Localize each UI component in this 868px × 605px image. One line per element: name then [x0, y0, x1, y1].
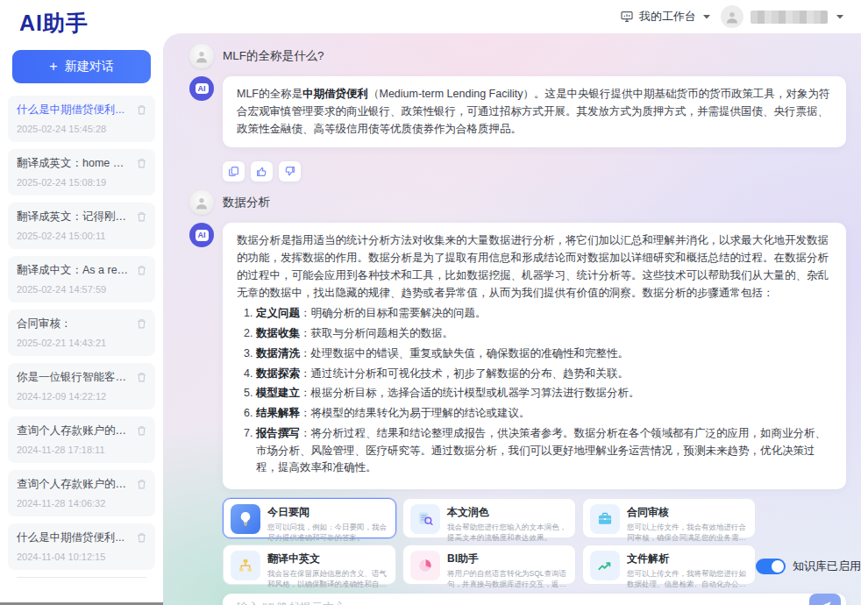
conversation-item[interactable]: 查询个人存款账户的最新... 2024-11-28 14:06:32	[8, 470, 155, 516]
conversation-title: 查询个人存款账户的最新...	[17, 477, 129, 492]
card-description: 我会帮助您进行您输入的文本润色，提高文本的流畅度和表达效果。	[447, 522, 568, 544]
card-file-parse[interactable]: 文件解析 您可以上传文件，我将帮助您进行如数据处理、信息检索、自动化办公等。	[582, 544, 756, 585]
list-item: 数据探索：通过统计分析和可视化技术，初步了解数据的分布、趋势和关联。	[256, 366, 832, 383]
conversation-title: 查询个人存款账户的最新...	[17, 424, 129, 438]
send-button[interactable]	[809, 594, 841, 605]
conversation-time: 2025-02-24 15:00:11	[17, 231, 146, 241]
new-chat-button[interactable]: + 新建对话	[12, 50, 151, 83]
user-message-text: MLF的全称是什么?	[223, 48, 324, 64]
conversation-item[interactable]: 查询个人存款账户的最新... 2024-11-28 17:18:11	[8, 416, 155, 463]
flowchart-icon	[231, 551, 260, 580]
card-daily-news[interactable]: 今日要闻 您可以问我，例如：今日要闻，我会尽力提供准确和可靠的答案。	[223, 498, 396, 538]
quick-actions-area: 今日要闻 您可以问我，例如：今日要闻，我会尽力提供准确和可靠的答案。 本文润色 …	[223, 498, 846, 585]
conversation-time: 2024-11-28 14:06:32	[17, 498, 146, 509]
copy-icon	[228, 166, 239, 177]
message-actions	[223, 161, 846, 182]
trash-icon[interactable]	[136, 264, 147, 276]
list-item: 数据收集：获取与分析问题相关的数据。	[256, 325, 832, 343]
thumbs-up-button[interactable]	[251, 161, 273, 182]
trash-icon[interactable]	[136, 210, 147, 223]
conversation-title: 什么是中期借贷便利...	[17, 530, 129, 545]
paper-plane-icon	[818, 600, 832, 605]
conversation-time: 2025-02-24 15:45:28	[17, 124, 146, 134]
conversation-title: 什么是中期借贷便利...	[17, 103, 129, 117]
card-title: 文件解析	[627, 552, 748, 566]
conversation-title: 你是一位银行智能客服，...	[17, 370, 129, 385]
chevron-down-icon	[701, 13, 712, 20]
person-icon	[724, 9, 740, 25]
trash-icon[interactable]	[136, 424, 147, 437]
ai-message: AI MLF的全称是中期借贷便利（Medium-term Lending Fac…	[189, 76, 846, 147]
conversation-item[interactable]: 翻译成英文：记得刚开始... 2025-02-24 15:00:11	[8, 203, 155, 249]
conversation-time: 2024-12-09 14:22:12	[17, 391, 146, 402]
thumbs-down-icon	[284, 166, 295, 177]
conversation-time: 2025-02-24 14:57:59	[17, 284, 146, 295]
person-icon	[194, 48, 210, 64]
conversation-title: 翻译成英文：home home	[17, 156, 129, 171]
card-title: 今日要闻	[267, 505, 388, 520]
list-item: 结果解释：将模型的结果转化为易于理解的结论或建议。	[256, 405, 832, 423]
conversation-time: 2025-02-21 14:43:21	[17, 338, 146, 348]
user-message: 数据分析	[189, 190, 846, 215]
trash-icon[interactable]	[136, 157, 147, 169]
card-translate[interactable]: 翻译中英文 我会旨在保留原始信息的含义、语气和风格，以确保翻译的准确性和自然流畅…	[223, 544, 396, 585]
main-area: 我的工作台 MLF的全称是什么? AI	[163, 0, 868, 605]
conversation-list: 什么是中期借贷便利... 2025-02-24 15:45:28 翻译成英文：h…	[0, 96, 163, 578]
ai-intro-paragraph: 数据分析是指用适当的统计分析方法对收集来的大量数据进行分析，将它们加以汇总和理解…	[237, 232, 832, 302]
feature-cards: 今日要闻 您可以问我，例如：今日要闻，我会尽力提供准确和可靠的答案。 本文润色 …	[223, 498, 756, 585]
ai-avatar: AI	[189, 223, 214, 247]
user-menu[interactable]	[721, 5, 845, 28]
message-composer	[223, 594, 846, 605]
workspace-label: 我的工作台	[639, 9, 696, 25]
person-icon	[194, 195, 210, 210]
message-input[interactable]	[237, 601, 809, 605]
analysis-steps-list: 定义问题：明确分析的目标和需要解决的问题。 数据收集：获取与分析问题相关的数据。…	[237, 305, 832, 477]
briefcase-icon	[590, 504, 620, 534]
username-redacted	[751, 11, 828, 24]
workspace-menu[interactable]: 我的工作台	[620, 9, 712, 25]
card-contract-review[interactable]: 合同审核 您可以上传文件，我会有效地进行合同审核，确保合同满足您的业务需求。	[582, 498, 756, 538]
plus-icon: +	[49, 59, 57, 75]
chevron-down-icon	[835, 13, 845, 20]
trash-icon[interactable]	[136, 531, 147, 544]
list-item: 报告撰写：将分析过程、结果和结论整理成报告，供决策者参考。数据分析在各个领域都有…	[256, 425, 832, 477]
card-bi-assistant[interactable]: BI助手 将用户的自然语言转化为SQL查询语句，并直接与数据库进行交互，返回智能…	[402, 544, 576, 585]
conversation-item[interactable]: 翻译成英文：home home 2025-02-24 15:08:19	[8, 149, 155, 196]
trend-up-icon	[590, 551, 620, 580]
trash-icon[interactable]	[136, 478, 147, 490]
card-description: 您可以上传文件，我会有效地进行合同审核，确保合同满足您的业务需求。	[627, 522, 748, 544]
conversation-time: 2024-11-28 17:18:11	[17, 445, 146, 455]
conversation-item[interactable]: 你是一位银行智能客服，... 2024-12-09 14:22:12	[8, 363, 155, 409]
ai-message-bubble: 数据分析是指用适当的统计分析方法对收集来的大量数据进行分析，将它们加以汇总和理解…	[223, 223, 846, 489]
user-message: MLF的全称是什么?	[189, 44, 846, 68]
trash-icon[interactable]	[136, 103, 147, 116]
chat-panel: MLF的全称是什么? AI MLF的全称是中期借贷便利（Medium-term …	[163, 33, 861, 605]
topbar: 我的工作台	[163, 0, 861, 33]
conversation-item[interactable]: 合同审核： 2025-02-21 14:43:21	[8, 310, 155, 356]
conversation-item[interactable]: 什么是中期借贷便利... 2024-11-04 10:12:15	[8, 523, 155, 570]
trash-icon[interactable]	[136, 317, 147, 330]
thumbs-down-button[interactable]	[279, 161, 301, 182]
knowledge-base-control: 知识库已启用	[756, 559, 861, 574]
new-chat-label: 新建对话	[65, 59, 114, 75]
conversation-time: 2024-11-04 10:12:15	[17, 552, 146, 562]
card-title: 本文润色	[447, 505, 568, 520]
conversation-time: 2025-02-24 15:08:19	[17, 177, 146, 188]
conversation-title: 翻译成中文：As a reader...	[17, 263, 129, 278]
pie-chart-icon	[410, 551, 440, 580]
user-avatar	[721, 5, 743, 28]
card-text-polish[interactable]: 本文润色 我会帮助您进行您输入的文本润色，提高文本的流畅度和表达效果。	[402, 498, 576, 538]
copy-button[interactable]	[223, 161, 245, 182]
conversation-title: 合同审核：	[17, 317, 129, 331]
user-avatar	[189, 44, 214, 68]
ai-message: AI 数据分析是指用适当的统计分析方法对收集来的大量数据进行分析，将它们加以汇总…	[189, 223, 846, 489]
trash-icon[interactable]	[136, 371, 147, 383]
knowledge-base-toggle[interactable]	[756, 559, 786, 574]
conversation-item[interactable]: 翻译成中文：As a reader... 2025-02-24 14:57:59	[8, 256, 155, 302]
bulb-icon	[231, 504, 260, 534]
list-item: 模型建立：根据分析目标，选择合适的统计模型或机器学习算法进行数据分析。	[256, 385, 832, 402]
card-title: 翻译中英文	[267, 552, 388, 566]
ai-badge: AI	[196, 230, 209, 241]
thumbs-up-icon	[256, 166, 267, 177]
conversation-item[interactable]: 什么是中期借贷便利... 2025-02-24 15:45:28	[8, 96, 155, 142]
